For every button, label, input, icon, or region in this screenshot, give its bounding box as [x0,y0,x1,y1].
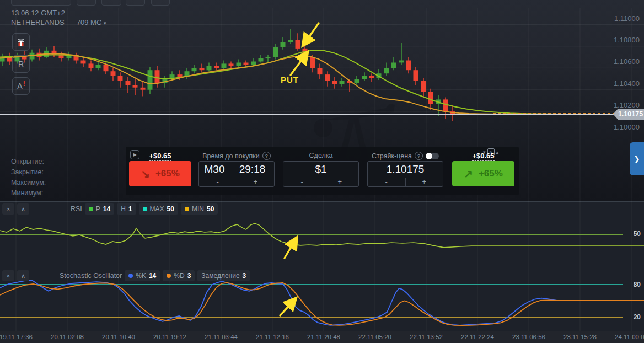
amount-minus-button[interactable]: - [283,178,321,186]
server-clock: 13:06:12 GMT+2 [11,9,65,17]
time-tick: 22.11 13:52 [410,334,443,340]
blue-dot-icon [128,274,133,278]
time-tick: 22.11 05:20 [358,334,391,340]
r-button-label: R [18,60,24,68]
time-group-label: Время до покупки? [198,152,275,160]
rsi-collapse-button[interactable]: ∧ [17,203,29,215]
account-balance: 709 MC [77,18,102,26]
rsi-header: × ∧ RSI P14 H1 MAX50 MIN50 [2,203,218,215]
asset-name[interactable]: NETHERLANDS [11,18,65,26]
time-plus-button[interactable]: + [237,178,275,186]
time-tick: 20.11 19:12 [153,334,186,340]
toggle-knob [426,153,432,159]
rsi-max-badge[interactable]: MAX50 [139,203,178,215]
expand-sidebar-button[interactable]: ❯ [630,142,644,175]
timeframe-value[interactable]: M30 [199,162,230,178]
top-tab[interactable] [11,0,71,6]
time-tick: 23.11 06:56 [512,334,545,340]
stochastic-header: × ∧ Stochastic Oscillator %K14 %D3 Замед… [2,270,250,281]
strike-stepper: 1.10175 - + [367,161,443,187]
amount-plus-button[interactable]: + [321,178,359,186]
time-minus-button[interactable]: - [199,178,237,186]
chevron-down-icon: ▾ [104,20,106,26]
buy-percent-label: +65% [479,168,503,179]
stochastic-d-badge[interactable]: %D3 [163,270,195,281]
sell-payout: +$0.65 [129,152,191,160]
high-label: Максимум: [11,178,46,188]
time-tick: 21.11 03:44 [205,334,238,340]
cyan-dot-icon [143,207,147,211]
account-selector[interactable]: 709 MC ▾ [77,18,106,26]
stoch-high-level-label: 80 [626,281,641,288]
orange-dot-icon [167,274,171,278]
time-stepper: M30 29:18 - + [198,161,275,187]
strike-group-label: Страйк-цена? [367,152,443,160]
rsi-level-label: 50 [626,230,641,238]
gift-icon [17,37,25,46]
a-button-label: A [17,82,22,90]
open-label: Открытие: [11,157,46,167]
top-tab[interactable] [126,0,145,6]
green-dot-icon [89,207,93,211]
arrow-up-right-icon: ↗ [464,168,473,179]
time-tick: 21.11 20:48 [307,334,340,340]
time-axis: 19.11 17:36 20.11 02:08 20.11 10:40 20.1… [0,331,644,343]
time-tick: 22.11 22:24 [461,334,494,340]
rsi-min-badge[interactable]: MIN50 [181,203,218,215]
stochastic-k-badge[interactable]: %K14 [125,270,160,281]
alert-badge: ! [23,80,25,88]
top-tab[interactable] [101,0,121,6]
buy-payout: +$0.65 [452,152,514,160]
stochastic-collapse-button[interactable]: ∧ [17,270,29,281]
time-tick: 20.11 02:08 [51,334,84,340]
sell-percent-label: +65% [155,168,180,179]
stochastic-close-button[interactable]: × [2,270,14,281]
autotrade-button[interactable]: A! [12,77,30,95]
gift-button[interactable] [12,33,30,51]
trading-platform-screen: 1.110001.108001.106001.104001.102001.100… [0,0,644,343]
trade-panel: ▶ +$0.65 ↘ +65% Время до покупки? M30 29… [126,147,519,195]
rsi-close-button[interactable]: × [2,203,14,215]
rsi-title: RSI [71,205,82,213]
strike-price-value[interactable]: 1.10175 [368,163,443,175]
stochastic-title: Stochastic Oscillator [60,272,122,280]
help-icon[interactable]: ? [262,152,271,160]
low-label: Минимум: [11,188,46,199]
ohlc-info: Открытие: Закрытие: Максимум: Минимум: [11,157,46,199]
sell-put-button[interactable]: ↘ +65% [129,161,191,186]
time-until-purchase-value[interactable]: 29:18 [230,163,274,175]
stoch-low-level-label: 20 [626,313,641,321]
amount-stepper: $1 - + [283,161,359,187]
rsi-h-badge[interactable]: H1 [117,203,136,215]
buy-call-button[interactable]: ↗ +65% [452,161,514,186]
close-label: Закрытие: [11,167,46,178]
stochastic-slowing-badge[interactable]: Замедление3 [197,270,250,281]
time-tick: 24.11 00:00 [615,334,644,340]
strike-plus-button[interactable]: + [406,178,443,186]
chevron-right-icon: ❯ [634,155,640,163]
top-tab[interactable] [77,0,96,6]
current-price-badge: 1.10175 [613,109,644,120]
time-tick: 19.11 17:36 [0,334,33,340]
rsi-period-badge[interactable]: P14 [85,203,114,215]
trade-amount-value[interactable]: $1 [283,163,358,175]
strike-toggle[interactable] [426,153,439,159]
time-tick: 23.11 15:28 [564,334,597,340]
arrow-down-right-icon: ↘ [141,168,150,179]
strike-minus-button[interactable]: - [368,178,406,186]
yellow-dot-icon [185,207,189,211]
help-icon[interactable]: ? [415,152,423,160]
r-button[interactable]: R [12,55,30,73]
amount-group-label: Сделка [283,152,359,159]
time-tick: 21.11 12:16 [256,334,289,340]
top-tab[interactable] [151,0,170,6]
put-annotation-label: PUT [281,75,299,84]
time-tick: 20.11 10:40 [102,334,135,340]
